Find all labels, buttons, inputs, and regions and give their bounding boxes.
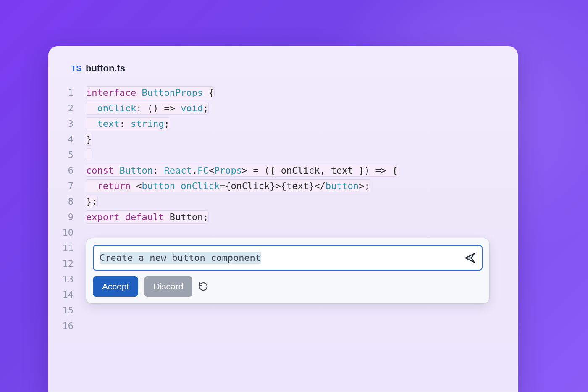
line-number: 3 xyxy=(48,116,74,132)
send-icon[interactable] xyxy=(464,252,476,264)
ai-prompt-actions: Accept Discard xyxy=(93,276,483,297)
regenerate-icon[interactable] xyxy=(198,282,208,292)
code-line: return <button onClick={onClick}>{text}<… xyxy=(86,178,518,194)
line-number: 9 xyxy=(48,209,74,225)
line-number: 1 xyxy=(48,85,74,100)
line-number: 14 xyxy=(48,287,74,303)
file-name: button.ts xyxy=(86,63,125,74)
code-line: text: string; xyxy=(86,116,518,132)
line-number: 5 xyxy=(48,147,74,163)
line-number: 13 xyxy=(48,271,74,287)
line-number: 15 xyxy=(48,303,74,318)
ai-prompt-input-row: Create a new button component xyxy=(93,245,483,271)
code-line: } xyxy=(86,132,518,147)
code-area[interactable]: interface ButtonProps { onClick: () => v… xyxy=(86,85,518,225)
file-tab[interactable]: TS button.ts xyxy=(48,63,518,74)
code-line: interface ButtonProps { xyxy=(86,85,518,100)
editor-body: 12345678910111213141516 interface Button… xyxy=(48,85,518,334)
code-line xyxy=(86,147,518,163)
typescript-icon: TS xyxy=(71,64,81,73)
line-number: 16 xyxy=(48,318,74,334)
line-number: 6 xyxy=(48,163,74,178)
code-line: onClick: () => void; xyxy=(86,100,518,116)
accept-button[interactable]: Accept xyxy=(93,276,138,297)
code-line: export default Button; xyxy=(86,209,518,225)
line-number: 10 xyxy=(48,225,74,240)
line-number: 4 xyxy=(48,132,74,147)
code-line: }; xyxy=(86,194,518,209)
line-number-gutter: 12345678910111213141516 xyxy=(48,85,86,334)
line-number: 2 xyxy=(48,100,74,116)
ai-prompt-panel: Create a new button component Accept Dis… xyxy=(86,238,489,303)
line-number: 7 xyxy=(48,178,74,194)
discard-button[interactable]: Discard xyxy=(144,276,192,297)
editor-card: TS button.ts 12345678910111213141516 int… xyxy=(48,46,518,392)
line-number: 11 xyxy=(48,240,74,256)
line-number: 12 xyxy=(48,256,74,271)
code-line: const Button: React.FC<Props> = ({ onCli… xyxy=(86,163,518,178)
ai-prompt-input[interactable]: Create a new button component xyxy=(100,250,460,266)
line-number: 8 xyxy=(48,194,74,209)
